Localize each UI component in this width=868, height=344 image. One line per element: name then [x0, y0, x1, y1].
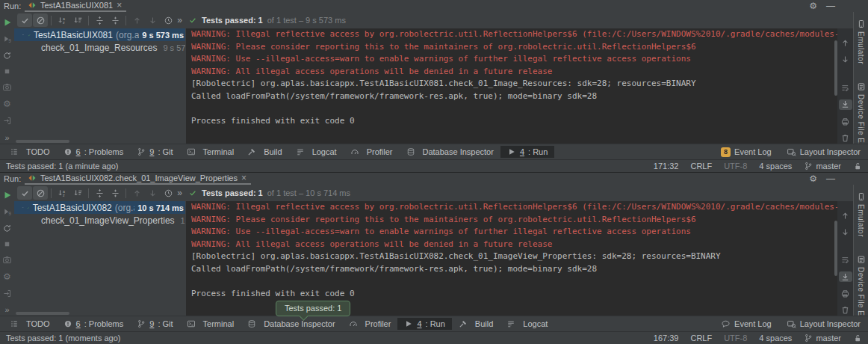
- collapse-all-icon[interactable]: [108, 13, 123, 27]
- toolwindow-button[interactable]: Logcat: [289, 146, 344, 158]
- down-stacktrace-icon[interactable]: [839, 227, 852, 237]
- toolwindow-button-emulator[interactable]: Emulator: [857, 192, 866, 237]
- lock-icon[interactable]: [853, 334, 862, 343]
- test-tree-row[interactable]: TestA1BasicUIX082 (org.aplas.basica 10 s…: [14, 201, 185, 214]
- event-log-button[interactable]: 8 Event Log: [721, 147, 772, 157]
- caret-position[interactable]: 171:32: [654, 162, 679, 171]
- run-tab[interactable]: TestA1BasicUIX081 ×: [25, 0, 126, 12]
- layout-inspector-button[interactable]: Layout Inspector: [787, 147, 861, 157]
- rerun-button[interactable]: [2, 17, 13, 28]
- toolwindow-button[interactable]: Terminal: [180, 318, 241, 330]
- layout-inspector-button[interactable]: Layout Inspector: [787, 319, 861, 329]
- horizontal-scrollbar[interactable]: [16, 312, 69, 315]
- toolwindow-button[interactable]: Terminal: [180, 146, 241, 158]
- console-scrollbar[interactable]: [834, 40, 837, 96]
- more-options-icon[interactable]: »: [4, 133, 9, 142]
- toolwindow-button[interactable]: Logcat: [500, 318, 554, 330]
- close-icon[interactable]: ×: [241, 174, 247, 182]
- show-passed-icon[interactable]: [17, 13, 32, 27]
- stop-icon[interactable]: [3, 67, 11, 76]
- git-branch-widget[interactable]: master: [804, 162, 841, 171]
- minimize-icon[interactable]: —: [826, 173, 835, 184]
- toolwindow-button[interactable]: 4: Run: [397, 318, 451, 330]
- soft-wrap-icon[interactable]: [839, 82, 852, 93]
- next-occurrence-icon[interactable]: [145, 186, 160, 200]
- test-settings-gear-icon[interactable]: ⚙: [3, 271, 11, 282]
- run-tab[interactable]: TestA1BasicUIX082.check_01_ImageView_Pro…: [25, 173, 251, 185]
- file-encoding[interactable]: UTF-8: [724, 334, 747, 343]
- test-settings-gear-icon[interactable]: ⚙: [3, 99, 11, 109]
- exit-icon[interactable]: [2, 116, 12, 126]
- scroll-to-end-icon[interactable]: [839, 99, 852, 110]
- sort-alphabetically-icon[interactable]: [55, 186, 69, 200]
- toggle-auto-test-icon[interactable]: [2, 51, 12, 61]
- close-icon[interactable]: ×: [117, 1, 122, 9]
- toolwindow-button[interactable]: Build: [452, 318, 500, 330]
- toolwindow-button[interactable]: 6: Problems: [57, 146, 131, 158]
- test-tree-row[interactable]: TestA1BasicUIX081 (org.aplas.basica 9 s …: [14, 28, 185, 41]
- print-icon[interactable]: [839, 288, 852, 298]
- line-ending[interactable]: CRLF: [690, 334, 712, 343]
- toolwindow-button[interactable]: 9: Git: [130, 146, 179, 158]
- console-scrollbar[interactable]: [834, 221, 837, 276]
- toolwindow-button[interactable]: 6: Problems: [57, 318, 131, 330]
- more-icon[interactable]: »: [177, 188, 182, 198]
- show-ignored-icon[interactable]: [33, 186, 48, 200]
- toolwindow-button[interactable]: TODO: [3, 146, 57, 158]
- show-ignored-icon[interactable]: [33, 13, 48, 27]
- up-stacktrace-icon[interactable]: [839, 210, 852, 221]
- event-log-button[interactable]: Event Log: [721, 319, 772, 329]
- toolwindow-button[interactable]: 9: Git: [130, 318, 179, 330]
- clear-all-icon[interactable]: [839, 305, 852, 316]
- toolwindow-button[interactable]: Profiler: [342, 318, 398, 330]
- thread-dump-icon[interactable]: [2, 82, 12, 92]
- more-icon[interactable]: »: [177, 15, 182, 25]
- test-history-icon[interactable]: [161, 13, 176, 27]
- toggle-auto-test-icon[interactable]: [2, 224, 12, 233]
- collapse-all-icon[interactable]: [108, 186, 123, 200]
- soft-wrap-icon[interactable]: [839, 255, 852, 265]
- previous-occurrence-icon[interactable]: [129, 186, 144, 200]
- gear-icon[interactable]: ⚙: [809, 1, 817, 11]
- test-tree-row[interactable]: check_01_Image_Resources 9 s 573 ms: [14, 41, 185, 54]
- up-stacktrace-icon[interactable]: [839, 37, 852, 48]
- clear-all-icon[interactable]: [839, 133, 852, 144]
- exit-icon[interactable]: [2, 289, 12, 298]
- next-occurrence-icon[interactable]: [145, 13, 160, 27]
- toolwindow-button[interactable]: Database Inspector: [400, 146, 500, 158]
- down-stacktrace-icon[interactable]: [839, 54, 852, 64]
- caret-position[interactable]: 167:39: [654, 334, 679, 343]
- toolwindow-button[interactable]: TODO: [3, 318, 57, 330]
- toolwindow-button[interactable]: Profiler: [344, 146, 400, 158]
- previous-occurrence-icon[interactable]: [129, 13, 144, 27]
- more-options-icon[interactable]: »: [4, 305, 9, 314]
- toolwindow-button-emulator[interactable]: Emulator: [857, 19, 866, 64]
- line-ending[interactable]: CRLF: [690, 162, 712, 171]
- toolwindow-button[interactable]: Database Inspector: [241, 318, 341, 330]
- lock-icon[interactable]: [853, 162, 862, 171]
- rerun-failed-tests-icon[interactable]: [2, 34, 12, 44]
- git-branch-widget[interactable]: master: [804, 334, 841, 343]
- gear-icon[interactable]: ⚙: [809, 173, 817, 184]
- file-encoding[interactable]: UTF-8: [724, 162, 747, 171]
- test-tree-row[interactable]: check_01_ImageView_Properties 10 s 714 m…: [14, 214, 185, 227]
- minimize-icon[interactable]: —: [826, 1, 835, 11]
- print-icon[interactable]: [839, 116, 852, 126]
- test-history-icon[interactable]: [161, 186, 176, 200]
- chevron-down-icon[interactable]: [22, 203, 24, 212]
- show-passed-icon[interactable]: [17, 186, 32, 200]
- horizontal-scrollbar[interactable]: [16, 140, 69, 143]
- thread-dump-icon[interactable]: [2, 255, 12, 265]
- sort-by-duration-icon[interactable]: [70, 186, 85, 200]
- expand-all-icon[interactable]: [92, 186, 107, 200]
- toolwindow-button[interactable]: Build: [241, 146, 288, 158]
- sort-alphabetically-icon[interactable]: [55, 13, 69, 27]
- scroll-to-end-icon[interactable]: [839, 271, 852, 282]
- toolwindow-button[interactable]: 4: Run: [500, 146, 554, 158]
- expand-all-icon[interactable]: [92, 13, 107, 27]
- rerun-failed-tests-icon[interactable]: [2, 207, 12, 217]
- chevron-down-icon[interactable]: [22, 31, 25, 39]
- sort-by-duration-icon[interactable]: [70, 13, 85, 27]
- rerun-button[interactable]: [2, 190, 13, 200]
- indent-setting[interactable]: 4 spaces: [759, 334, 792, 343]
